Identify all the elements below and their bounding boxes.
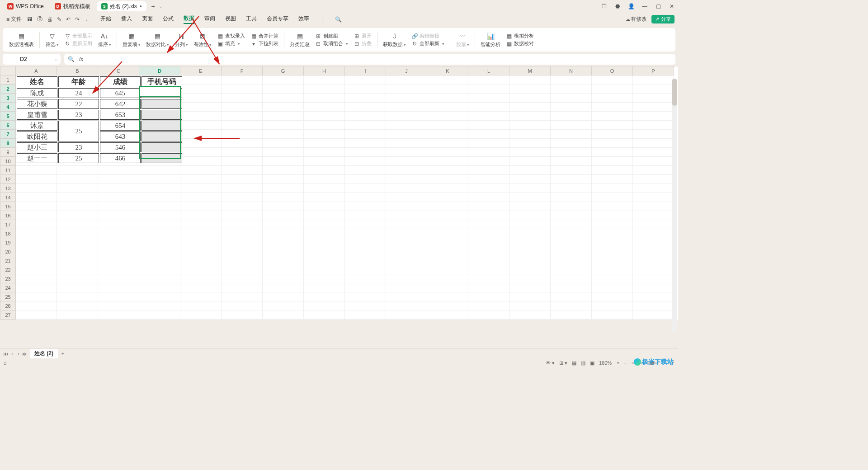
window-layout-icon[interactable]: ❐ <box>600 3 608 10</box>
grid-cell[interactable] <box>304 310 345 320</box>
sheet-nav-last[interactable]: ⏭ <box>22 351 28 357</box>
grid-cell[interactable] <box>427 75 468 85</box>
tab-formula[interactable]: 公式 <box>163 15 174 24</box>
grid-cell[interactable] <box>304 175 345 184</box>
grid-cell[interactable] <box>468 139 509 148</box>
grid-cell[interactable] <box>386 193 427 202</box>
grid-cell[interactable] <box>139 310 180 320</box>
row-header[interactable]: 22 <box>0 265 16 274</box>
grid-cell[interactable] <box>427 220 468 229</box>
col-header[interactable]: F <box>222 66 263 75</box>
cell[interactable]: 22 <box>58 99 99 109</box>
grid-cell[interactable] <box>180 274 222 283</box>
grid-cell[interactable] <box>633 139 674 148</box>
cell[interactable] <box>142 88 182 98</box>
grid-cell[interactable] <box>468 130 509 139</box>
grid-cell[interactable] <box>180 157 222 166</box>
grid-cell[interactable] <box>427 292 468 301</box>
col-header[interactable]: I <box>345 66 386 75</box>
grid-cell[interactable] <box>57 274 98 283</box>
grid-cell[interactable] <box>57 310 98 320</box>
grid-cell[interactable] <box>551 166 592 175</box>
grid-cell[interactable] <box>427 121 468 130</box>
grid-cell[interactable] <box>427 256 468 265</box>
grid-cell[interactable] <box>386 301 427 310</box>
edit-links-button[interactable]: 🔗编辑链接 <box>411 33 444 39</box>
grid-cell[interactable] <box>304 211 345 220</box>
grid-cell[interactable] <box>386 166 427 175</box>
grid-cell[interactable] <box>222 256 263 265</box>
cell[interactable]: 沐景 <box>17 121 57 131</box>
grid-cell[interactable] <box>304 193 345 202</box>
grid-cell[interactable] <box>139 184 180 193</box>
cell[interactable] <box>142 132 182 141</box>
cell[interactable]: 23 <box>58 110 99 120</box>
cell[interactable]: 陈成 <box>17 88 57 98</box>
col-header[interactable]: N <box>551 66 592 75</box>
grid-cell[interactable] <box>468 85 509 94</box>
grid-cell[interactable] <box>592 211 633 220</box>
grid-cell[interactable] <box>592 148 633 157</box>
grid-cell[interactable] <box>468 292 509 301</box>
subtotal-button[interactable]: ▤分类汇总 <box>287 29 312 51</box>
grid-cell[interactable] <box>592 283 633 292</box>
grid-cell[interactable] <box>57 229 98 238</box>
grid-cell[interactable] <box>468 256 509 265</box>
share-button[interactable]: ↗分享 <box>651 15 675 24</box>
grid-cell[interactable] <box>468 265 509 274</box>
grid-cell[interactable] <box>427 112 468 121</box>
grid-cell[interactable] <box>16 175 57 184</box>
get-data-button[interactable]: ⇩获取数据▾ <box>380 29 409 51</box>
spreadsheet[interactable]: ABCDEFGHIJKLMNOP123456789101112131415161… <box>0 66 678 320</box>
row-header[interactable]: 5 <box>0 112 16 121</box>
grid-cell[interactable] <box>633 229 674 238</box>
grid-cell[interactable] <box>509 256 551 265</box>
grid-cell[interactable] <box>263 103 304 112</box>
sort-button[interactable]: A↓排序▾ <box>95 29 114 51</box>
grid-cell[interactable] <box>427 175 468 184</box>
grid-cell[interactable] <box>509 94 551 103</box>
grid-cell[interactable] <box>57 220 98 229</box>
grid-cell[interactable] <box>304 112 345 121</box>
grid-cell[interactable] <box>592 103 633 112</box>
grid-cell[interactable] <box>633 274 674 283</box>
grid-cell[interactable] <box>592 94 633 103</box>
grid-cell[interactable] <box>551 274 592 283</box>
grid-cell[interactable] <box>304 130 345 139</box>
tab-view[interactable]: 视图 <box>225 15 236 24</box>
grid-cell[interactable] <box>427 85 468 94</box>
status-indicator-icon[interactable]: ⌂ <box>4 360 7 366</box>
grid-cell[interactable] <box>592 112 633 121</box>
grid-cell[interactable] <box>509 301 551 310</box>
grid-cell[interactable] <box>468 184 509 193</box>
grid-cell[interactable] <box>16 247 57 256</box>
formula-input[interactable] <box>88 56 672 62</box>
grid-cell[interactable] <box>345 94 386 103</box>
grid-cell[interactable] <box>551 301 592 310</box>
grid-cell[interactable] <box>345 75 386 85</box>
grid-cell[interactable] <box>386 139 427 148</box>
grid-cell[interactable] <box>98 265 139 274</box>
grid-cell[interactable] <box>180 283 222 292</box>
row-header[interactable]: 23 <box>0 274 16 283</box>
grid-cell[interactable] <box>304 274 345 283</box>
grid-cell[interactable] <box>180 121 222 130</box>
vertical-scrollbar[interactable] <box>672 79 677 332</box>
grid-cell[interactable] <box>427 130 468 139</box>
grid-cell[interactable] <box>386 157 427 166</box>
print-icon[interactable]: 🖨 <box>47 16 52 23</box>
grid-cell[interactable] <box>263 184 304 193</box>
grid-cell[interactable] <box>304 202 345 211</box>
grid-cell[interactable] <box>633 85 674 94</box>
expand-button[interactable]: ⊞展开 <box>354 33 372 39</box>
cell[interactable] <box>142 153 182 163</box>
search-icon[interactable]: 🔍 <box>335 16 342 23</box>
grid-cell[interactable] <box>509 247 551 256</box>
quick-dropdown[interactable]: ⌄ <box>85 17 89 22</box>
grid-cell[interactable] <box>592 247 633 256</box>
grid-cell[interactable] <box>386 148 427 157</box>
text-to-columns-button[interactable]: ⫿⫿分列▾ <box>172 29 191 51</box>
grid-cell[interactable] <box>180 94 222 103</box>
grid-cell[interactable] <box>592 184 633 193</box>
col-header-age[interactable]: 年龄 <box>58 76 99 87</box>
